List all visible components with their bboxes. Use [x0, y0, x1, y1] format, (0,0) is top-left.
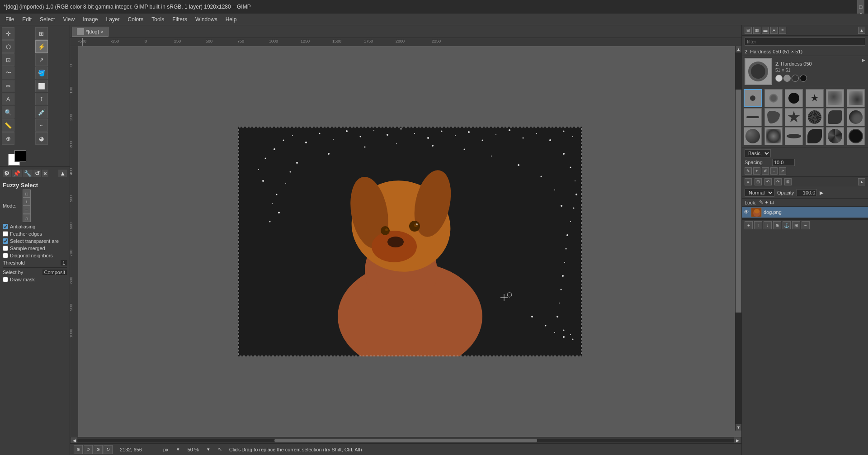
- brush-mini-3[interactable]: [792, 75, 799, 82]
- lock-position-icon[interactable]: +: [765, 199, 768, 205]
- brush-cell-11[interactable]: [826, 108, 844, 126]
- panel-icon-gradients[interactable]: ▬: [762, 27, 769, 34]
- scrollbar-horizontal[interactable]: ◀ ▶: [70, 437, 741, 443]
- opacity-expand-icon[interactable]: ▶: [820, 190, 823, 196]
- delete-layer-button[interactable]: −: [802, 221, 810, 229]
- menu-filters[interactable]: Filters: [169, 15, 191, 24]
- dog-canvas-visual[interactable]: [238, 127, 582, 356]
- brush-cell-10[interactable]: [806, 108, 824, 126]
- brush-cell-5[interactable]: [826, 89, 844, 107]
- mode-add-button[interactable]: +: [23, 198, 31, 206]
- crop-tool[interactable]: ⊡: [2, 53, 14, 66]
- menu-image[interactable]: Image: [79, 15, 101, 24]
- scrollbar-track-horizontal[interactable]: [77, 439, 734, 442]
- move-tool[interactable]: ✛: [2, 27, 14, 40]
- brush-cell-2[interactable]: [764, 89, 783, 107]
- spacing-input[interactable]: [772, 159, 795, 166]
- tool-options-icon-1[interactable]: ⚙: [3, 170, 11, 177]
- scroll-right-button[interactable]: ▶: [734, 437, 741, 444]
- path-tool[interactable]: ⤴: [35, 93, 48, 105]
- brush-preview-expand[interactable]: ▶: [862, 58, 865, 62]
- bucket-fill-tool[interactable]: 🪣: [35, 66, 48, 79]
- filter-input[interactable]: [745, 38, 865, 46]
- dodge-burn-tool[interactable]: ◕: [35, 132, 48, 145]
- layers-icon-3[interactable]: ↶: [764, 178, 772, 185]
- maximize-button[interactable]: □: [857, 3, 864, 10]
- brush-cell-1[interactable]: [744, 89, 762, 107]
- anchor-layer-button[interactable]: ⚓: [783, 221, 791, 229]
- brush-mini-2[interactable]: [783, 75, 791, 82]
- layer-visibility-toggle[interactable]: 👁: [744, 209, 749, 215]
- panel-icon-fonts[interactable]: A: [770, 27, 778, 34]
- menu-help[interactable]: Help: [222, 15, 241, 24]
- layers-mode-select[interactable]: Normal: [745, 189, 774, 197]
- brush-delete-icon[interactable]: −: [770, 167, 778, 175]
- tool-options-icon-2[interactable]: 📌: [12, 170, 22, 177]
- text-tool[interactable]: A: [2, 93, 14, 105]
- menu-select[interactable]: Select: [36, 15, 58, 24]
- measure-tool[interactable]: 📏: [2, 119, 14, 132]
- panel-icon-patterns[interactable]: ▦: [753, 27, 760, 34]
- brush-cell-16[interactable]: [806, 127, 824, 145]
- select-by-value[interactable]: Composit: [42, 270, 67, 275]
- brush-mini-4[interactable]: [800, 75, 807, 82]
- brush-cell-13[interactable]: [744, 127, 762, 145]
- warp-tool[interactable]: 〜: [2, 66, 14, 79]
- status-nav-1[interactable]: ⊕: [74, 445, 83, 454]
- sample-merged-checkbox[interactable]: [3, 246, 8, 251]
- scrollbar-vertical[interactable]: ▲ ▼: [735, 46, 741, 431]
- antialiasing-checkbox[interactable]: [3, 224, 8, 229]
- tool-options-icon-3[interactable]: 🔧: [23, 170, 33, 177]
- tool-options-icon-4[interactable]: ↺: [33, 170, 41, 177]
- canvas-viewport[interactable]: ▲ ▼: [78, 46, 741, 437]
- lower-layer-button[interactable]: ↓: [764, 221, 772, 229]
- menu-view[interactable]: View: [59, 15, 78, 24]
- add-layer-button[interactable]: +: [745, 221, 753, 229]
- brush-cell-15[interactable]: [785, 127, 803, 145]
- lock-pixels-icon[interactable]: ✎: [759, 199, 763, 205]
- smudge-tool[interactable]: ~: [35, 119, 48, 132]
- brush-cell-12[interactable]: [847, 108, 865, 126]
- layers-icon-5[interactable]: ⊠: [784, 178, 792, 185]
- pencil-tool[interactable]: ✏: [2, 80, 14, 92]
- brush-cell-14[interactable]: [764, 127, 783, 145]
- brush-mini-1[interactable]: [775, 75, 783, 82]
- scrollbar-thumb-vertical[interactable]: [736, 90, 741, 313]
- tab-close-icon[interactable]: ×: [101, 29, 104, 34]
- brush-cell-3[interactable]: [785, 89, 803, 107]
- brush-duplicate-icon[interactable]: +: [753, 167, 760, 175]
- menu-tools[interactable]: Tools: [148, 15, 168, 24]
- layers-icon-1[interactable]: ≡: [745, 178, 752, 185]
- mode-replace-button[interactable]: □: [23, 190, 31, 198]
- eraser-tool[interactable]: ⬜: [35, 80, 48, 92]
- diagonal-neighbors-checkbox[interactable]: [3, 253, 8, 258]
- draw-mask-checkbox[interactable]: [3, 277, 8, 282]
- canvas-tab[interactable]: *[dog] ×: [72, 27, 108, 37]
- status-nav-3[interactable]: ⊗: [94, 445, 103, 454]
- status-unit-dropdown[interactable]: ▾: [176, 446, 180, 452]
- zoom-tool[interactable]: 🔍: [2, 106, 14, 118]
- menu-windows[interactable]: Windows: [192, 15, 221, 24]
- brush-refresh-icon[interactable]: ↺: [762, 167, 769, 175]
- duplicate-layer-button[interactable]: ⊕: [773, 221, 781, 229]
- scroll-down-button[interactable]: ▼: [736, 424, 742, 431]
- fuzzy-select-tool[interactable]: ⚡: [35, 40, 48, 53]
- tool-options-collapse[interactable]: ▲: [58, 170, 67, 177]
- eyedropper-tool[interactable]: 💉: [35, 106, 48, 118]
- layers-icon-2[interactable]: ⊞: [755, 178, 762, 185]
- status-nav-2[interactable]: ↺: [84, 445, 93, 454]
- clone-tool[interactable]: ⊕: [2, 132, 14, 145]
- brush-basic-dropdown[interactable]: Basic,: [745, 149, 771, 157]
- brush-cell-9[interactable]: [785, 108, 803, 126]
- opacity-input[interactable]: [797, 189, 817, 196]
- brush-cell-18[interactable]: [847, 127, 865, 145]
- scrollbar-track-vertical[interactable]: [736, 52, 741, 424]
- brush-cell-4[interactable]: ★: [806, 89, 824, 107]
- brush-cell-6[interactable]: [847, 89, 865, 107]
- feather-edges-checkbox[interactable]: [3, 231, 8, 237]
- layers-icon-4[interactable]: ↷: [774, 178, 782, 185]
- zoom-dropdown[interactable]: ▾: [206, 446, 211, 452]
- panel-icon-settings[interactable]: ≡: [779, 27, 786, 34]
- layers-collapse[interactable]: ▲: [858, 178, 865, 185]
- scrollbar-thumb-horizontal[interactable]: [274, 439, 537, 442]
